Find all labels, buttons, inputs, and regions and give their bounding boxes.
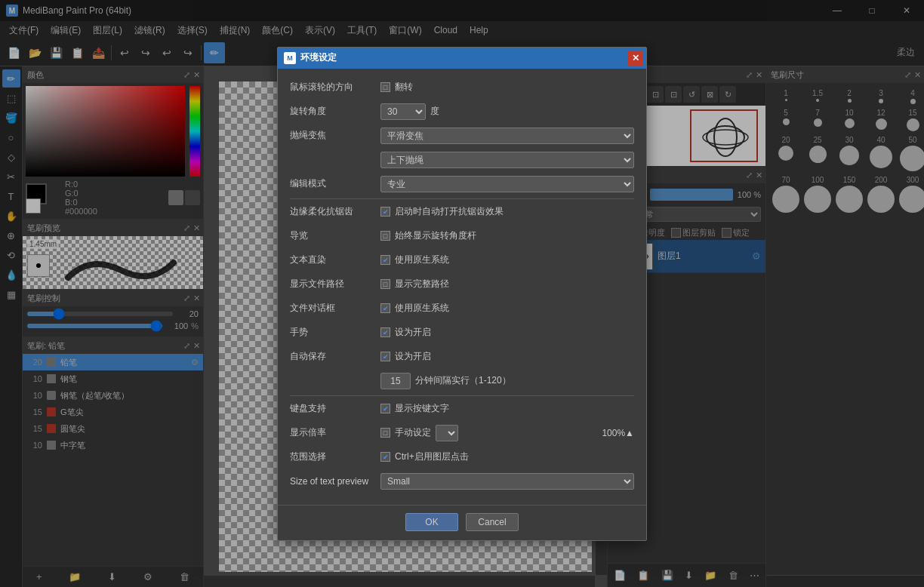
dialog-row-scroll: 鼠标滚轮的方向 □ 翻转: [290, 78, 634, 97]
zoomrate-dropdown[interactable]: ▼: [436, 425, 458, 441]
filepath-cb[interactable]: □: [380, 279, 390, 289]
zoomrate-text: 手动设定: [395, 426, 431, 439]
autosave-value: ✔ 设为开启: [380, 350, 634, 363]
dialog-row-editmode: 编辑模式 专业: [290, 174, 634, 194]
zoomrate-label: 显示倍率: [290, 426, 380, 439]
dialog-row-nav: 导览 □ 始终显示旋转角度杆: [290, 226, 634, 246]
filedialog-label: 文件对话框: [290, 302, 380, 315]
dialog-overlay: M 环境设定 ✕ 鼠标滚轮的方向 □ 翻转 旋转角度: [0, 0, 924, 587]
rangesel-text: Ctrl+启用图层点击: [395, 450, 469, 463]
gesture-text: 设为开启: [395, 326, 431, 339]
antialias-label: 边缘柔化抗锯齿: [290, 205, 380, 218]
keyboard-text: 显示按键文字: [395, 402, 449, 415]
dialog-row-gesture: 手势 ✔ 设为开启: [290, 323, 634, 343]
dialog-row-autosave: 自动保存 ✔ 设为开启: [290, 347, 634, 367]
gesture-label: 手势: [290, 326, 380, 339]
autosave-label: 自动保存: [290, 350, 380, 363]
dialog-row-rotate: 旋转角度 30 度: [290, 102, 634, 121]
zoom-select2[interactable]: 上下抛绳: [380, 152, 634, 168]
dialog-row-interval: 分钟间隔实行（1-120）: [290, 371, 634, 391]
textrender-text: 使用原生系统: [395, 254, 449, 266]
rotate-angle-unit: 度: [430, 105, 439, 118]
scroll-dir-text: 翻转: [395, 81, 413, 94]
rotate-angle-label: 旋转角度: [290, 105, 380, 118]
dialog-body: 鼠标滚轮的方向 □ 翻转 旋转角度 30 度: [278, 69, 646, 505]
scroll-dir-label: 鼠标滚轮的方向: [290, 81, 380, 94]
dialog-ok-button[interactable]: OK: [405, 513, 458, 531]
zoom-label: 抛绳变焦: [290, 129, 380, 142]
textrender-value: ✔ 使用原生系统: [380, 254, 634, 266]
editmode-select[interactable]: 专业: [380, 176, 634, 192]
dialog-row-zoom2: 上下抛绳: [290, 150, 634, 170]
dialog-icon: M: [284, 52, 296, 64]
settings-dialog: M 环境设定 ✕ 鼠标滚轮的方向 □ 翻转 旋转角度: [277, 47, 647, 541]
rotate-angle-input[interactable]: 30: [380, 103, 426, 120]
dialog-row-antialias: 边缘柔化抗锯齿 ✔ 启动时自动打开抗锯齿效果: [290, 202, 634, 222]
dialog-cancel-button[interactable]: Cancel: [466, 513, 519, 531]
keyboard-value: ✔ 显示按键文字: [380, 402, 634, 415]
editmode-value: 专业: [380, 176, 634, 192]
gesture-value: ✔ 设为开启: [380, 326, 634, 339]
zoom-select1[interactable]: 平滑变焦: [380, 128, 634, 144]
antialias-cb[interactable]: ✔: [380, 207, 390, 217]
dialog-sep2: [290, 395, 634, 396]
nav-text: 始终显示旋转角度杆: [395, 229, 476, 242]
textrender-cb[interactable]: ✔: [380, 255, 390, 265]
rangesel-cb[interactable]: ✔: [380, 452, 390, 462]
nav-label: 导览: [290, 229, 380, 242]
dialog-row-textrender: 文本直染 ✔ 使用原生系统: [290, 250, 634, 270]
rangesel-value: ✔ Ctrl+启用图层点击: [380, 450, 634, 463]
nav-value: □ 始终显示旋转角度杆: [380, 229, 634, 242]
dialog-sep1: [290, 198, 634, 199]
scroll-dir-value: □ 翻转: [380, 81, 634, 94]
dialog-titlebar: M 环境设定 ✕: [278, 48, 646, 69]
filedialog-value: ✔ 使用原生系统: [380, 302, 634, 315]
filedialog-text: 使用原生系统: [395, 302, 449, 315]
autosave-cb[interactable]: ✔: [380, 352, 390, 361]
dialog-row-filepath: 显示文件路径 □ 显示完整路径: [290, 275, 634, 294]
rangesel-label: 范围选择: [290, 450, 380, 463]
dialog-footer: OK Cancel: [278, 505, 646, 540]
rotate-angle-value: 30 度: [380, 103, 634, 120]
filepath-label: 显示文件路径: [290, 278, 380, 290]
filedialog-cb[interactable]: ✔: [380, 303, 390, 313]
dialog-close-button[interactable]: ✕: [628, 51, 643, 66]
interval-input[interactable]: [380, 373, 411, 389]
nav-cb[interactable]: □: [380, 231, 390, 241]
zoom-value: 平滑变焦: [380, 128, 634, 144]
dialog-row-zoomrate: 显示倍率 □ 手动设定 ▼ 100%▲: [290, 423, 634, 443]
zoomrate-value: □ 手动设定 ▼ 100%▲: [380, 425, 634, 441]
textpreview-value: Small: [380, 473, 634, 490]
zoom2-value: 上下抛绳: [380, 152, 634, 168]
zoomrate-current: 100%▲: [602, 428, 634, 438]
keyboard-cb[interactable]: ✔: [380, 404, 390, 413]
antialias-value: ✔ 启动时自动打开抗锯齿效果: [380, 205, 634, 218]
textrender-label: 文本直染: [290, 254, 380, 266]
interval-text: 分钟间隔实行（1-120）: [415, 374, 511, 387]
interval-value: 分钟间隔实行（1-120）: [380, 373, 634, 389]
filepath-text: 显示完整路径: [395, 278, 449, 290]
textpreview-label: Size of text preview: [290, 476, 380, 487]
dialog-row-textpreview: Size of text preview Small: [290, 472, 634, 491]
dialog-row-rangesel: 范围选择 ✔ Ctrl+启用图层点击: [290, 447, 634, 467]
autosave-text: 设为开启: [395, 350, 431, 363]
dialog-row-filedialog: 文件对话框 ✔ 使用原生系统: [290, 299, 634, 318]
zoomrate-cb[interactable]: □: [380, 428, 390, 438]
dialog-row-keyboard: 键盘支持 ✔ 显示按键文字: [290, 399, 634, 419]
dialog-row-zoom1: 抛绳变焦 平滑变焦: [290, 126, 634, 146]
textpreview-select[interactable]: Small: [380, 473, 634, 490]
filepath-value: □ 显示完整路径: [380, 278, 634, 290]
gesture-cb[interactable]: ✔: [380, 327, 390, 337]
editmode-label: 编辑模式: [290, 177, 380, 190]
keyboard-label: 键盘支持: [290, 402, 380, 415]
scroll-dir-cb[interactable]: □: [380, 82, 390, 92]
antialias-text: 启动时自动打开抗锯齿效果: [395, 205, 504, 218]
dialog-title: 环境设定: [300, 51, 337, 64]
